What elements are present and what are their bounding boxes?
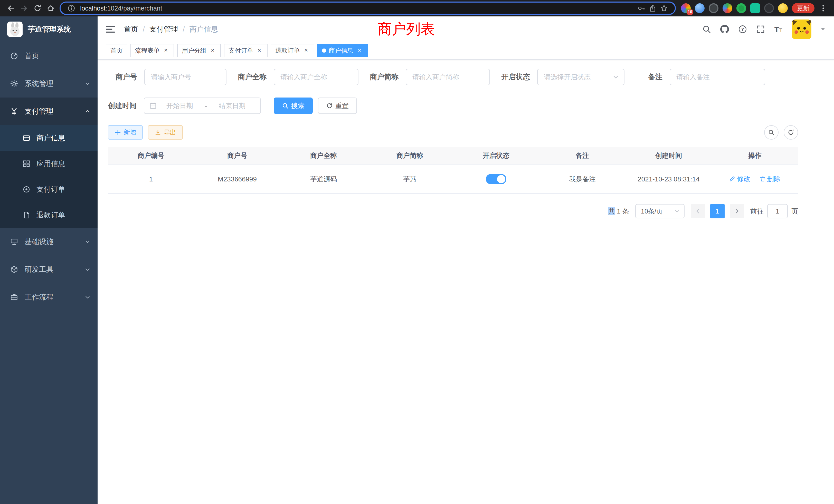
remark-label: 备注: [648, 72, 662, 82]
fullscreen-icon[interactable]: [756, 25, 765, 34]
next-page-button[interactable]: [730, 204, 744, 219]
extension-dark-circle-icon[interactable]: [709, 3, 719, 13]
search-icon[interactable]: [702, 25, 711, 34]
tab-close-icon[interactable]: ×: [162, 47, 170, 54]
hamburger-icon[interactable]: [105, 24, 115, 35]
tab-home[interactable]: 首页: [106, 44, 127, 57]
tab-refund-order[interactable]: 退款订单 ×: [271, 44, 314, 57]
tab-close-icon[interactable]: ×: [209, 47, 216, 54]
short-name-input[interactable]: [406, 69, 490, 85]
tab-user-group[interactable]: 用户分组 ×: [177, 44, 221, 57]
chevron-left-icon: [695, 208, 701, 214]
reload-icon[interactable]: [31, 2, 44, 15]
browser-toolbar: localhost:1024/pay/merchant 10 更新: [0, 0, 834, 17]
sidebar: 芋道管理系统 首页 系统管理 支付管理: [0, 17, 97, 504]
sidebar-subitem-label: 支付订单: [37, 184, 65, 194]
filter-row-1: 商户号 商户全称 商户简称 开启状态 请选择开启状态: [108, 69, 798, 85]
bookmark-star-icon[interactable]: [658, 3, 670, 14]
extension-dark-paw-icon[interactable]: [764, 3, 774, 13]
tab-pay-order[interactable]: 支付订单 ×: [224, 44, 267, 57]
browser-update-button[interactable]: 更新: [792, 3, 814, 13]
forward-icon[interactable]: [18, 2, 31, 15]
prev-page-button[interactable]: [691, 204, 705, 219]
site-info-icon[interactable]: [66, 3, 77, 14]
col-remark: 备注: [539, 147, 626, 165]
password-key-icon[interactable]: [636, 3, 647, 14]
help-icon[interactable]: ?: [738, 25, 747, 34]
tab-close-icon[interactable]: ×: [356, 47, 363, 54]
total-count-selected: 共: [608, 207, 615, 215]
sidebar-subitem-app-info[interactable]: 应用信息: [0, 151, 97, 177]
status-toggle[interactable]: [486, 174, 506, 184]
address-bar[interactable]: localhost:1024/pay/merchant: [60, 2, 676, 15]
sidebar-item-workflow[interactable]: 工作流程: [0, 283, 97, 311]
tab-process-form[interactable]: 流程表单 ×: [130, 44, 174, 57]
tab-merchant-info[interactable]: 商户信息 ×: [317, 44, 368, 57]
extension-multicolor-icon[interactable]: [723, 3, 732, 13]
export-button-label: 导出: [164, 128, 176, 137]
full-name-input[interactable]: [274, 69, 358, 85]
edit-button-label: 修改: [737, 175, 750, 183]
sidebar-subitem-pay-order[interactable]: 支付订单: [0, 177, 97, 202]
breadcrumb-payment[interactable]: 支付管理: [150, 24, 178, 34]
reset-button-label: 重置: [335, 101, 349, 110]
page-number-button[interactable]: 1: [710, 204, 725, 219]
extension-green-circle-icon[interactable]: [737, 3, 746, 13]
app-logo[interactable]: 芋道管理系统: [0, 17, 97, 42]
yen-icon: [10, 108, 18, 115]
extension-green-square-icon[interactable]: [750, 3, 760, 13]
tab-close-icon[interactable]: ×: [303, 47, 310, 54]
merchant-no-input[interactable]: [144, 69, 226, 85]
user-avatar[interactable]: [792, 20, 811, 39]
merchant-table: 商户编号 商户号 商户全称 商户简称 开启状态 备注 创建时间 操作 1: [108, 147, 798, 194]
remark-input[interactable]: [670, 69, 765, 85]
sidebar-subitem-refund-order[interactable]: 退款订单: [0, 202, 97, 228]
full-name-label: 商户全称: [238, 72, 266, 82]
sidebar-subitem-label: 商户信息: [37, 133, 65, 143]
status-label: 开启状态: [501, 72, 530, 82]
chevron-up-icon: [85, 109, 90, 114]
search-button[interactable]: 搜索: [274, 97, 313, 114]
goto-unit: 页: [791, 207, 798, 216]
export-button[interactable]: 导出: [148, 125, 183, 140]
sidebar-item-infrastructure[interactable]: 基础设施: [0, 228, 97, 256]
sidebar-item-label: 基础设施: [25, 237, 53, 247]
extension-badge: 10: [687, 9, 693, 15]
sidebar-item-dev-tools[interactable]: 研发工具: [0, 256, 97, 283]
total-count: 共 1 条: [608, 207, 629, 216]
chevron-down-icon: [85, 81, 90, 87]
tab-close-icon[interactable]: ×: [256, 47, 263, 54]
sidebar-menu: 首页 系统管理 支付管理 商户信息: [0, 42, 97, 311]
home-icon[interactable]: [44, 2, 58, 15]
reset-button[interactable]: 重置: [318, 97, 357, 114]
refresh-table-button[interactable]: [784, 125, 798, 140]
sidebar-subitem-merchant-info[interactable]: 商户信息: [0, 125, 97, 151]
sidebar-subitem-label: 应用信息: [37, 159, 65, 168]
sidebar-item-system[interactable]: 系统管理: [0, 70, 97, 97]
edit-button[interactable]: 修改: [729, 175, 750, 183]
create-time-range-picker[interactable]: 开始日期 - 结束日期: [144, 97, 261, 114]
browser-menu-icon[interactable]: [818, 2, 828, 15]
date-separator: -: [203, 102, 209, 110]
status-select[interactable]: 请选择开启状态: [537, 69, 624, 85]
extension-colorful-icon[interactable]: 10: [681, 3, 691, 13]
short-name-label: 商户简称: [370, 72, 398, 82]
extension-yellow-smiley-icon[interactable]: [778, 3, 788, 13]
add-button[interactable]: 新增: [108, 125, 143, 140]
edit-pencil-icon: [729, 176, 736, 182]
page-size-select[interactable]: 10条/页: [635, 204, 684, 219]
toggle-search-button[interactable]: [764, 125, 778, 140]
delete-button[interactable]: 删除: [760, 175, 781, 183]
breadcrumb-home[interactable]: 首页: [124, 24, 138, 34]
screen: localhost:1024/pay/merchant 10 更新: [0, 0, 834, 504]
sidebar-item-home[interactable]: 首页: [0, 42, 97, 70]
app-title: 芋道管理系统: [28, 24, 71, 34]
avatar-caret-icon[interactable]: [820, 26, 826, 32]
extension-blue-drop-icon[interactable]: [695, 3, 705, 13]
sidebar-item-payment[interactable]: 支付管理: [0, 97, 97, 125]
share-icon[interactable]: [647, 3, 658, 14]
back-icon[interactable]: [4, 2, 18, 15]
github-icon[interactable]: [720, 25, 729, 34]
font-size-icon[interactable]: TT: [774, 25, 783, 34]
goto-page-input[interactable]: [767, 204, 788, 219]
